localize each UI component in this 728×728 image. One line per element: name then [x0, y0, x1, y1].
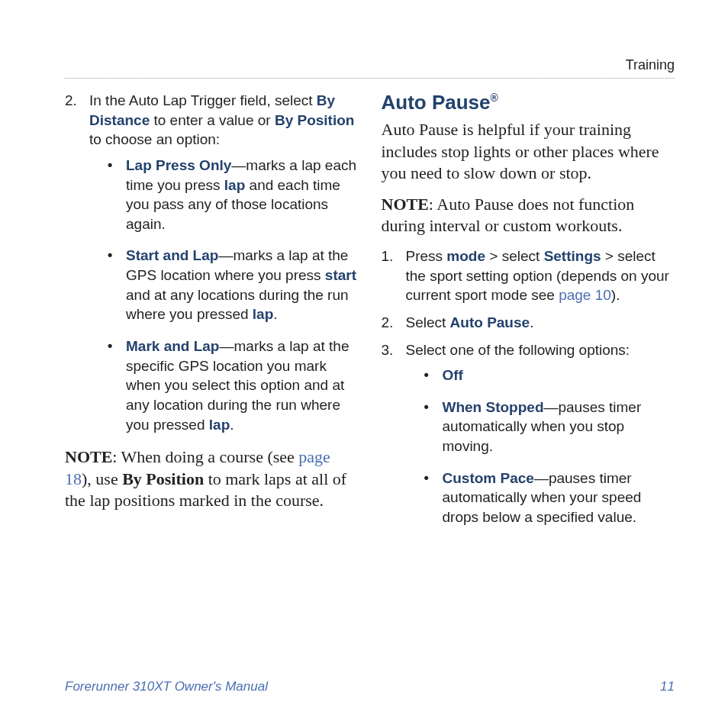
note-label: NOTE: [65, 447, 112, 466]
step-text: .: [530, 314, 533, 330]
bullet-text: .: [273, 306, 277, 322]
term-lap: lap: [209, 417, 230, 433]
bullet-mark-and-lap: Mark and Lap—marks a lap at the specific…: [103, 337, 359, 434]
bullet-title: Lap Press Only: [126, 157, 231, 173]
footer-page-number: 11: [660, 679, 675, 694]
left-note: NOTE: When doing a course (see page 18),…: [65, 446, 359, 512]
term-mode: mode: [446, 248, 485, 264]
right-step-1: 1. Press mode > select Settings > select…: [382, 246, 675, 305]
term-settings: Settings: [544, 248, 601, 264]
note-text: : When doing a course (see: [112, 447, 298, 466]
step-text: to choose an option:: [89, 131, 220, 147]
bullet-title: Custom Pace: [443, 470, 534, 486]
step-text: In the Auto Lap Trigger field, select: [89, 92, 317, 108]
registered-icon: ®: [491, 92, 498, 104]
left-step-2: 2. In the Auto Lap Trigger field, select…: [65, 91, 359, 434]
step-text: Select one of the following options:: [406, 342, 630, 358]
intro-paragraph: Auto Pause is helpful if your training i…: [382, 119, 675, 185]
term-start: start: [325, 267, 356, 283]
step-number: 3.: [382, 340, 394, 360]
right-step-3: 3. Select one of the following options: …: [382, 340, 675, 527]
note-label: NOTE: [382, 195, 429, 214]
bullet-title: When Stopped: [443, 399, 544, 415]
page-footer: Forerunner 310XT Owner's Manual 11: [65, 679, 675, 694]
right-step-2: 2. Select Auto Pause.: [382, 313, 675, 333]
bullet-title: Mark and Lap: [126, 338, 219, 354]
bullet-title: Start and Lap: [126, 247, 218, 263]
term-auto-pause: Auto Pause: [450, 314, 530, 330]
page-header: Training: [65, 57, 675, 79]
left-column: 2. In the Auto Lap Trigger field, select…: [65, 91, 359, 540]
step-number: 2.: [65, 91, 77, 111]
bullet-text: and at any locations during the run wher…: [126, 287, 349, 323]
step-number: 2.: [382, 313, 394, 333]
header-section: Training: [626, 57, 675, 72]
bullet-custom-pace: Custom Pace—pauses timer automatically w…: [420, 469, 675, 527]
bullet-when-stopped: When Stopped—pauses timer automatically …: [420, 398, 675, 456]
bullet-text: .: [230, 417, 234, 433]
right-note: NOTE: Auto Pause does not function durin…: [382, 194, 675, 237]
bullet-title: Off: [443, 367, 463, 383]
title-text: Auto Pause: [382, 91, 491, 114]
term-by-position: By Position: [122, 469, 204, 488]
bullet-off: Off: [420, 366, 675, 385]
step-text: ).: [611, 287, 620, 303]
term-lap: lap: [253, 306, 273, 322]
footer-manual-title: Forerunner 310XT Owner's Manual: [65, 679, 268, 694]
note-text: ), use: [82, 469, 122, 488]
step-text: to enter a value or: [150, 112, 275, 128]
bullet-lap-press-only: Lap Press Only—marks a lap each time you…: [103, 156, 359, 234]
right-column: Auto Pause® Auto Pause is helpful if you…: [382, 91, 675, 540]
step-text: Press: [406, 248, 447, 264]
step-text: > select: [485, 248, 544, 264]
link-page-10[interactable]: page 10: [559, 287, 611, 303]
step-text: Select: [406, 314, 450, 330]
section-title-auto-pause: Auto Pause®: [382, 91, 675, 114]
step-number: 1.: [382, 246, 394, 266]
term-lap: lap: [224, 177, 245, 193]
bullet-start-and-lap: Start and Lap—marks a lap at the GPS loc…: [103, 246, 359, 324]
term-by-position: By Position: [275, 112, 355, 128]
